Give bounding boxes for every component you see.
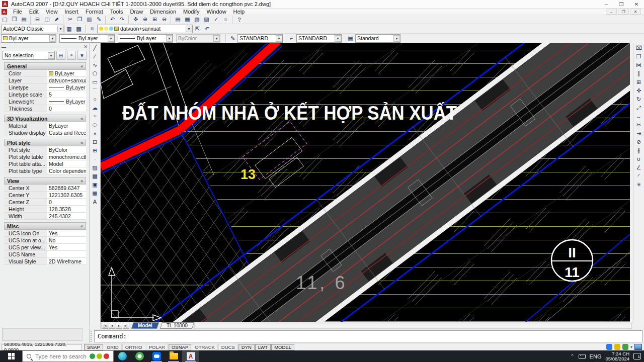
polyline-icon[interactable]: ∿ [91, 61, 100, 69]
insert-block-icon[interactable]: ⊡ [91, 138, 100, 146]
move-icon[interactable]: ✜ [634, 86, 643, 95]
lineweight-combo[interactable]: ByLayer▼ [118, 34, 173, 43]
markup-icon[interactable]: ✓ [211, 15, 221, 24]
copy-object-icon[interactable]: ❐ [634, 52, 643, 60]
zoom-realtime-icon[interactable]: ⊕ [140, 15, 150, 24]
first-tab-button[interactable]: |◂ [102, 323, 108, 329]
table-style-icon[interactable]: ▦ [346, 34, 355, 43]
coordinate-readout[interactable]: 583005.4815, 1221366.7320, 0.0000 [2, 344, 82, 350]
toggle-snap[interactable]: SNAP [84, 344, 103, 350]
minimize-button[interactable]: – [599, 0, 614, 8]
toggle-ortho[interactable]: ORTHO [122, 344, 145, 350]
construction-line-icon[interactable]: ∕ [91, 52, 100, 60]
notification-icon[interactable]: 1 [633, 353, 641, 359]
prop-value[interactable]: Casts and Receives Sh... [47, 129, 86, 136]
toggle-polar[interactable]: POLAR [146, 344, 168, 350]
trim-icon[interactable]: ✂ [634, 121, 643, 129]
zoom-previous-icon[interactable]: ⊖ [159, 15, 169, 24]
palette-collapse-icon[interactable]: ▬ [2, 44, 6, 49]
text-style-icon[interactable]: ✎ [228, 34, 237, 43]
prop-value[interactable]: 1221302.6305 [47, 192, 86, 198]
clock[interactable]: 7:24 CH 05/08/2024 [605, 351, 629, 361]
next-tab-button[interactable]: ▸ [116, 323, 122, 329]
array-icon[interactable]: ⊞ [634, 78, 643, 86]
toggle-osnap[interactable]: OSNAP [169, 344, 191, 350]
match-properties-icon[interactable]: ✎ [94, 15, 104, 24]
linetype-combo[interactable]: ByLayer▼ [59, 34, 115, 43]
break-icon[interactable]: ∦ [634, 146, 643, 154]
workspace-combo[interactable]: AutoCAD Classic▼ [1, 25, 64, 33]
explode-icon[interactable]: ✳ [634, 180, 643, 189]
selection-combo[interactable]: No selection▼ [3, 51, 55, 60]
erase-icon[interactable]: ⌧ [634, 44, 643, 52]
prev-tab-button[interactable]: ◂ [109, 323, 115, 329]
layer-combo[interactable]: datvuon+sanxuat ▼ [97, 25, 193, 33]
prop-value[interactable]: 582889.6347 [47, 185, 86, 191]
quick-select-button[interactable]: ▼ [77, 51, 87, 60]
clean-screen-button[interactable] [634, 344, 642, 350]
join-icon[interactable]: ∪ [634, 155, 643, 163]
prop-value[interactable]: No [47, 237, 86, 243]
taskbar-autocad[interactable]: A [182, 350, 199, 362]
chevron-down-icon[interactable]: ▼ [57, 26, 64, 32]
mirror-icon[interactable]: ⋈ [634, 61, 643, 69]
menu-format[interactable]: Format [82, 9, 107, 15]
mdi-close-button[interactable]: ✕ [630, 9, 641, 15]
layer-previous-button[interactable]: ↶ [202, 25, 212, 33]
command-splitter[interactable] [91, 331, 93, 342]
command-input[interactable]: Command: [94, 330, 642, 342]
taskbar-coccoc[interactable] [131, 350, 148, 362]
toggle-lwt[interactable]: LWT [255, 344, 271, 350]
prop-value[interactable]: 245.4302 [47, 213, 86, 219]
menu-view[interactable]: View [42, 9, 61, 15]
collapse-chevron-icon[interactable]: « [80, 64, 83, 69]
palette-drag-grip[interactable] [8, 46, 82, 47]
taskbar-zalo[interactable] [148, 350, 165, 362]
collapse-chevron-icon[interactable]: « [80, 116, 83, 121]
chamfer-icon[interactable]: ∠ [634, 163, 643, 171]
menu-insert[interactable]: Insert [61, 9, 82, 15]
collapse-chevron-icon[interactable]: « [80, 140, 83, 145]
trusted-dwg-icon[interactable] [622, 344, 628, 350]
tab-model[interactable]: Model [131, 322, 159, 329]
copy-icon[interactable]: ❐ [75, 15, 85, 24]
region-icon[interactable]: ▣ [91, 180, 100, 189]
mdi-restore-button[interactable]: ❐ [618, 9, 629, 15]
prop-value[interactable]: ByLayer [47, 84, 86, 90]
restore-button[interactable]: ❐ [614, 0, 629, 8]
menu-edit[interactable]: Edit [26, 9, 42, 15]
publish-icon[interactable]: ⬈ [52, 15, 61, 24]
drawing-canvas[interactable]: ĐẤT NHÓM NHÀ Ở KẾT HỢP SẢN XUẤT 13 11, 6… [101, 43, 630, 322]
last-tab-button[interactable]: ▸| [123, 323, 129, 329]
section-header[interactable]: Plot style« [4, 139, 86, 146]
taskbar-edge[interactable] [114, 350, 131, 362]
line-icon[interactable]: ╱ [91, 44, 100, 52]
arc-icon[interactable]: ⌒ [91, 86, 100, 95]
rotate-icon[interactable]: ↻ [634, 95, 643, 103]
prop-value[interactable] [47, 251, 86, 257]
prop-value[interactable]: 0 [47, 199, 86, 205]
prop-value[interactable]: ByLayer [47, 70, 86, 76]
plot-preview-icon[interactable]: ◫ [42, 15, 52, 24]
palette-close-icon[interactable]: ✕ [84, 44, 88, 49]
tool-palettes-icon[interactable]: ▧ [192, 15, 202, 24]
toggle-dyn[interactable]: DYN [238, 344, 255, 350]
layer-properties-button[interactable]: ≋ [88, 25, 97, 33]
select-objects-button[interactable]: ⌖ [67, 51, 76, 60]
prop-value[interactable]: ByLayer [47, 122, 86, 129]
prop-value[interactable]: 0 [47, 105, 86, 112]
prop-value[interactable]: Color dependent [47, 167, 86, 174]
menu-file[interactable]: File [10, 9, 26, 15]
save-icon[interactable]: ▤ [19, 15, 29, 24]
tray-chevron-icon[interactable]: ⌃ [570, 353, 574, 359]
scale-icon[interactable]: ⤢ [634, 104, 643, 112]
dim-style-icon[interactable]: ⌐ [287, 34, 296, 43]
menu-draw[interactable]: Draw [126, 9, 146, 15]
prop-value[interactable]: datvuon+sanxuat [47, 77, 86, 83]
tablestyle-combo[interactable]: Standard▼ [355, 34, 400, 43]
search-input[interactable] [34, 353, 89, 360]
quickcalc-icon[interactable]: ≡ [221, 15, 230, 24]
stretch-icon[interactable]: ↔ [634, 112, 643, 120]
textstyle-combo[interactable]: STANDARD▼ [237, 34, 283, 43]
collapse-chevron-icon[interactable]: « [80, 224, 83, 229]
